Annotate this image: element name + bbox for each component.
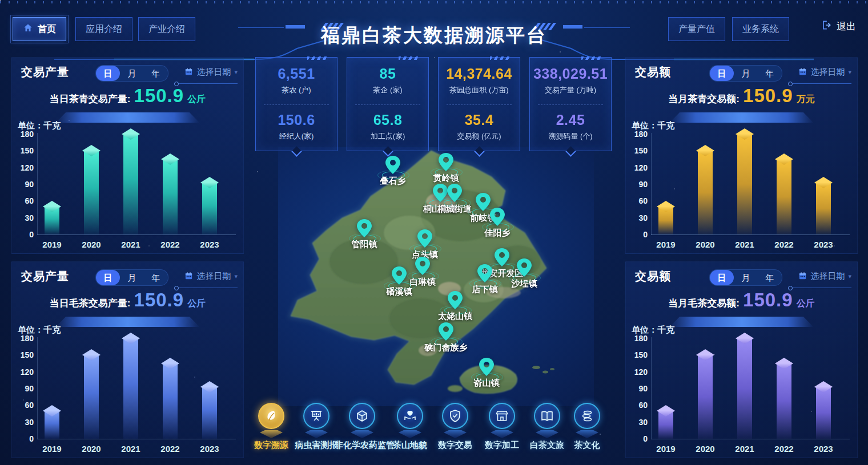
nav-button-业务系统[interactable]: 业务系统 (732, 17, 789, 41)
x-tick-label: 2020 (71, 444, 111, 454)
map-pin-佳阳乡[interactable]: 佳阳乡 (490, 208, 505, 227)
dock-item-非化学农药监管[interactable]: 非化学农药监管 (335, 403, 389, 451)
tab-年[interactable]: 年 (758, 66, 782, 81)
x-axis (651, 439, 850, 439)
map-pin-点头镇[interactable]: 点头镇 (417, 229, 432, 249)
map-pin-店下镇[interactable]: 店下镇 (477, 264, 492, 284)
map-pin-桐城街道[interactable]: 桐城街道 (447, 184, 462, 203)
x-tick-label: 2019 (646, 444, 686, 454)
chart-bar-2022[interactable] (777, 159, 791, 234)
nav-button-应用介绍[interactable]: 应用介绍 (75, 17, 132, 41)
headline: 当日毛茶交易产量:150.9公斤 (12, 289, 243, 311)
map-pin-叠石乡[interactable]: 叠石乡 (385, 156, 400, 175)
date-picker[interactable]: 选择日期▾ (184, 271, 238, 282)
x-tick-label: 2022 (150, 240, 190, 249)
chart-bar-2020[interactable] (84, 355, 99, 439)
dashboard-root: 福鼎白茶大数据溯源平台 退出 (0, 0, 868, 465)
x-tick-label: 2023 (190, 240, 230, 249)
chart-bar-2020[interactable] (698, 151, 713, 234)
tab-日[interactable]: 日 (710, 270, 734, 285)
chart-bar-2020[interactable] (698, 355, 713, 439)
map-pin-沙埕镇[interactable]: 沙埕镇 (517, 258, 532, 278)
panel-title: 交易产量 (21, 64, 69, 80)
shield-check-icon (442, 403, 468, 429)
pin-label: 太姥山镇 (438, 311, 472, 322)
calendar-icon (184, 272, 193, 282)
chart-bar-2019[interactable] (658, 207, 673, 234)
pin-label: 佳阳乡 (485, 228, 511, 238)
chart-bar-2021[interactable] (737, 338, 752, 439)
map-pin-硖门畲族乡[interactable]: 硖门畲族乡 (439, 322, 453, 342)
chart-bar-2022[interactable] (777, 363, 791, 439)
chart-bar-2019[interactable] (45, 411, 59, 439)
chart-bar-2023[interactable] (202, 183, 217, 234)
map-pin-嵛山镇[interactable]: 嵛山镇 (479, 358, 494, 377)
tab-日[interactable]: 日 (96, 270, 120, 285)
stat-label: 茶农 (户) (256, 85, 337, 95)
chart-bar-2023[interactable] (816, 387, 831, 439)
y-tick-label: 30 (12, 213, 34, 223)
chart-bar-2021[interactable] (123, 134, 138, 234)
chart-bar-2022[interactable] (163, 363, 178, 439)
nav-label: 产量产值 (678, 23, 715, 35)
headline-value: 150.9 (743, 289, 793, 311)
x-tick-label: 2021 (111, 240, 151, 249)
book-icon (534, 403, 560, 429)
bar-cap (657, 405, 675, 417)
chart-bar-2023[interactable] (816, 183, 831, 234)
map-pin-龙安开发区[interactable]: 龙安开发区 (495, 248, 509, 268)
chart-bar-2020[interactable] (84, 151, 99, 234)
chart-bar-2021[interactable] (737, 134, 752, 234)
store-icon (489, 403, 515, 429)
stat-茶企 (家): 85茶企 (家) (347, 66, 428, 95)
x-tick-label: 2019 (32, 240, 72, 249)
y-tick-label: 60 (12, 196, 34, 205)
tab-月[interactable]: 月 (120, 66, 144, 81)
chart-bar-2019[interactable] (658, 411, 673, 439)
panel-left-top: 交易产量日月年选择日期▾当日茶青交易产量:150.9公斤单位：千克0306090… (11, 57, 244, 254)
map-pin-贯岭镇[interactable]: 贯岭镇 (439, 153, 453, 172)
logout-button[interactable]: 退出 (821, 19, 856, 34)
chart-bar-2019[interactable] (45, 207, 59, 234)
headline-unit: 公斤 (187, 94, 206, 106)
bar-cap (82, 349, 101, 361)
date-picker[interactable]: 选择日期▾ (798, 67, 851, 78)
chart-bar-2023[interactable] (202, 387, 217, 439)
tab-月[interactable]: 月 (734, 270, 758, 285)
tab-group: 日月年 (95, 65, 168, 82)
panel-left-bottom: 交易产量日月年选择日期▾当日毛茶交易产量:150.9公斤单位：千克0306090… (11, 261, 244, 458)
map-pin-磻溪镇[interactable]: 磻溪镇 (392, 266, 407, 286)
stat-value: 14,374.64 (439, 66, 520, 82)
bar-cap (43, 201, 61, 212)
tab-年[interactable]: 年 (758, 270, 782, 285)
tab-日[interactable]: 日 (96, 66, 120, 81)
map-pin-前岐镇[interactable]: 前岐镇 (476, 193, 491, 212)
map-pin-管阳镇[interactable]: 管阳镇 (357, 219, 372, 238)
pin-label: 桐城街道 (437, 204, 472, 215)
nav-button-产业介绍[interactable]: 产业介绍 (138, 17, 195, 41)
pin-label: 磻溪镇 (387, 286, 412, 297)
pedestal-decoration (536, 430, 558, 438)
dock-item-茶文化[interactable]: 茶文化 (560, 403, 614, 451)
date-picker[interactable]: 选择日期▾ (184, 67, 238, 78)
x-tick-label: 2020 (71, 240, 111, 249)
stat-label: 交易额 (亿元) (439, 131, 520, 141)
nav-button-首页[interactable]: 首页 (13, 17, 66, 41)
date-picker[interactable]: 选择日期▾ (798, 271, 851, 282)
map-pin-太姥山镇[interactable]: 太姥山镇 (448, 291, 463, 310)
tab-年[interactable]: 年 (144, 66, 168, 81)
tab-日[interactable]: 日 (710, 66, 734, 81)
stat-value: 6,551 (256, 66, 337, 82)
nav-button-产量产值[interactable]: 产量产值 (668, 17, 725, 41)
chart-bar-2021[interactable] (123, 338, 138, 439)
y-axis (651, 133, 652, 235)
chart-bar-2022[interactable] (163, 159, 178, 234)
stat-value: 85 (347, 66, 428, 82)
headline-unit: 公斤 (187, 298, 206, 310)
map-pin-白琳镇[interactable]: 白琳镇 (415, 257, 430, 276)
pin-label: 嵛山镇 (474, 378, 500, 389)
tab-月[interactable]: 月 (734, 66, 758, 81)
tab-年[interactable]: 年 (144, 270, 168, 285)
map[interactable]: 叠石乡贯岭镇桐山街道桐城街道前岐镇佳阳乡管阳镇点头镇龙安开发区白琳镇磻溪镇沙埕镇… (278, 147, 594, 406)
tab-月[interactable]: 月 (120, 270, 144, 285)
